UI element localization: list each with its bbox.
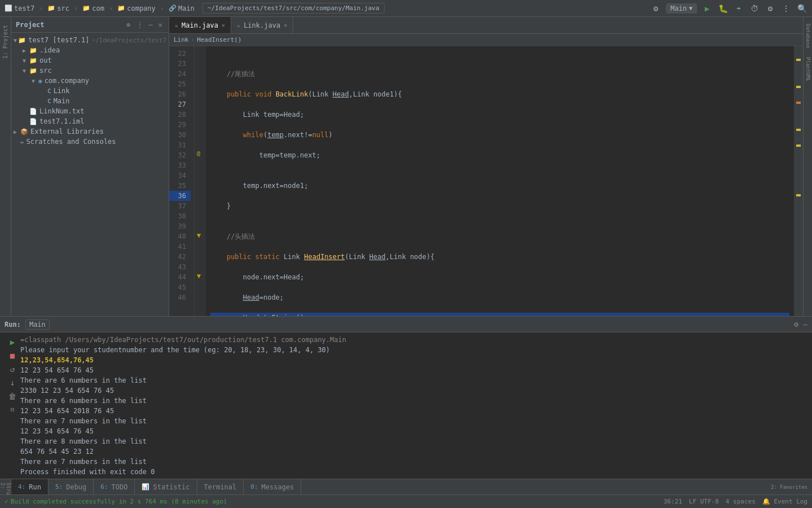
tree-item-scratches[interactable]: ✏ Scratches and Consoles: [11, 137, 169, 147]
java-icon-link: ☕: [237, 22, 240, 28]
console-line-7: There are 7 numbers in the list: [20, 416, 807, 426]
bc-headinsert[interactable]: HeadInsert(): [197, 36, 241, 43]
code-line-25: Link temp=Head;: [210, 110, 789, 120]
line-num-45: 45: [169, 282, 191, 292]
tab-link-close[interactable]: ✕: [284, 22, 287, 28]
panel-actions: ⊕ ⋮ — ✕: [125, 20, 164, 29]
console-main-tab[interactable]: Main: [25, 319, 50, 330]
console-line-9: There are 8 numbers in the list: [20, 436, 807, 446]
tree-item-test7[interactable]: ▼ 📁 test7 [test7.1] ~/IdeaProjects/test7: [11, 35, 169, 45]
tab-main-java[interactable]: ☕ Main.java ✕: [169, 17, 231, 33]
console-line-8: 12 23 54 654 76 45: [20, 426, 807, 436]
console-filter-icon[interactable]: ⊟: [11, 405, 15, 415]
tree-label-src: src: [39, 67, 52, 75]
status-right: 36:21 LF UTF-8 4 spaces 🔔 Event Log: [664, 498, 807, 505]
line-numbers: 22 23 24 25 26 27 28 29 30 31 32 33 34 3…: [169, 46, 195, 316]
statistic-icon: 📊: [142, 483, 149, 491]
console-toolbar: Run: Main ⚙ —: [0, 317, 812, 332]
more-button[interactable]: ⋮: [780, 3, 792, 14]
status-indent[interactable]: 4 spaces: [726, 498, 756, 505]
tab-todo-label: TODO: [112, 483, 128, 491]
top-bar-left: ⬜ test7 › 📁 src › 📁 com › 📁 company › 🔗 …: [5, 3, 650, 14]
line-num-40: 40: [169, 231, 191, 242]
sidebar-tab-project[interactable]: 1: Project: [2, 25, 8, 59]
event-log-text: Event Log: [774, 498, 807, 505]
line-num-43: 43: [169, 262, 191, 272]
right-scroll-gutter: [794, 46, 803, 316]
scroll-down-icon[interactable]: ↓: [10, 378, 15, 388]
event-log-label[interactable]: 🔔 Event Log: [762, 498, 807, 505]
line-num-36: 36: [169, 191, 191, 201]
tree-arrow-empty3: [23, 108, 29, 115]
run-config-selector[interactable]: Main ▼: [666, 3, 697, 14]
search-everywhere-button[interactable]: 🔍: [796, 3, 807, 14]
bottom-tab-terminal[interactable]: Terminal: [197, 479, 244, 494]
tree-item-linknum-txt[interactable]: 📄 LinkNum.txt: [11, 106, 169, 116]
tab-todo-num: 6:: [100, 483, 108, 491]
tree-item-iml[interactable]: 📄 test7.1.iml: [11, 116, 169, 126]
project-indicator[interactable]: ⬜ test7: [5, 5, 34, 12]
breadcrumb-bar: Link › HeadInsert(): [169, 34, 803, 46]
tab-terminal-label: Terminal: [204, 483, 237, 491]
bottom-tab-messages[interactable]: 0: Messages: [244, 479, 301, 494]
gutter-warn-3: [796, 144, 801, 147]
profile-button[interactable]: ⏱: [749, 3, 760, 14]
panel-close[interactable]: ✕: [157, 20, 164, 29]
path-tooltip: ~/IdeaProjects/test7/src/com/company/Mai…: [202, 3, 385, 14]
coverage-button[interactable]: ☂: [733, 3, 744, 14]
main-content: 1: Project Project ⊕ ⋮ — ✕ ▼ 📁 test7 [te…: [0, 17, 812, 316]
settings-button[interactable]: ⚙: [765, 3, 776, 14]
txt-icon: 📄: [29, 108, 37, 115]
bottom-tab-todo[interactable]: 6: TODO: [94, 479, 135, 494]
console-text[interactable]: =classpath /Users/wby/IdeaProjects/test7…: [20, 335, 807, 476]
panel-add[interactable]: ⊕: [125, 20, 132, 29]
tree-item-idea[interactable]: ▶ 📁 .idea: [11, 45, 169, 55]
tree-item-main-class[interactable]: C Main: [11, 96, 169, 106]
tree-item-link-class[interactable]: C Link: [11, 86, 169, 96]
bc-link[interactable]: Link: [174, 36, 189, 43]
tree-item-external-libs[interactable]: ▶ 📦 External Libraries: [11, 126, 169, 137]
line-num-27: 27: [169, 99, 191, 110]
sidebar-database[interactable]: Database: [805, 24, 811, 48]
fold-marker-41[interactable]: ▼: [197, 231, 201, 239]
bottom-tab-run[interactable]: 4: Run: [11, 479, 48, 494]
code-line-29: temp.next=node1;: [210, 181, 789, 191]
line-num-34: 34: [169, 170, 191, 181]
line-num-25: 25: [169, 79, 191, 89]
console-minimize[interactable]: —: [803, 320, 807, 329]
line-num-33: 33: [169, 160, 191, 170]
console-settings[interactable]: ⚙: [794, 320, 798, 329]
panel-minimize[interactable]: —: [147, 20, 155, 29]
status-line-col[interactable]: 36:21: [664, 498, 682, 505]
gutter-err-1: [796, 102, 801, 104]
fold-marker-45[interactable]: ▼: [197, 272, 201, 280]
tab-statistic-label: Statistic: [153, 483, 189, 491]
build-icon[interactable]: ⚙: [650, 3, 661, 14]
bottom-tab-debug[interactable]: 5: Debug: [48, 479, 94, 494]
build-check-icon: ✓: [5, 498, 8, 505]
panel-settings[interactable]: ⋮: [135, 20, 145, 29]
status-encoding[interactable]: LF UTF-8: [689, 498, 719, 505]
tab-main-close[interactable]: ✕: [222, 22, 225, 28]
tree-item-src[interactable]: ▼ 📁 src: [11, 65, 169, 76]
debug-button[interactable]: 🐛: [717, 3, 729, 14]
stop-icon[interactable]: ■: [10, 351, 15, 361]
sidebar-plantuml[interactable]: PlantUML: [805, 57, 811, 81]
tab-link-java[interactable]: ☕ Link.java ✕: [231, 17, 293, 33]
console-clear-icon[interactable]: 🗑: [8, 391, 16, 401]
code-content[interactable]: //尾插法 public void BackLink(Link Head,Lin…: [206, 46, 794, 316]
run-again-icon[interactable]: ▶: [10, 337, 15, 347]
bottom-tab-statistic[interactable]: 📊 Statistic: [135, 479, 197, 494]
tree-item-out[interactable]: ▼ 📁 out: [11, 55, 169, 65]
editor-area: ☕ Main.java ✕ ☕ Link.java ✕ Link › HeadI…: [169, 17, 803, 316]
tree-label-out: out: [39, 56, 52, 64]
breadcrumb-main: 🔗 Main: [169, 5, 195, 12]
tree-item-com-company[interactable]: ▼ ◉ com.company: [11, 76, 169, 86]
favorites-label[interactable]: 2: Favorites: [771, 484, 807, 490]
rerun-icon[interactable]: ↺: [10, 364, 15, 374]
breadcrumb-company: 📁 company: [117, 5, 156, 12]
gutter: @ ▼ ▼: [195, 46, 206, 316]
tree-label-main: Main: [54, 97, 70, 105]
tree-label-iml: test7.1.iml: [39, 117, 84, 125]
run-button[interactable]: ▶: [701, 3, 713, 14]
